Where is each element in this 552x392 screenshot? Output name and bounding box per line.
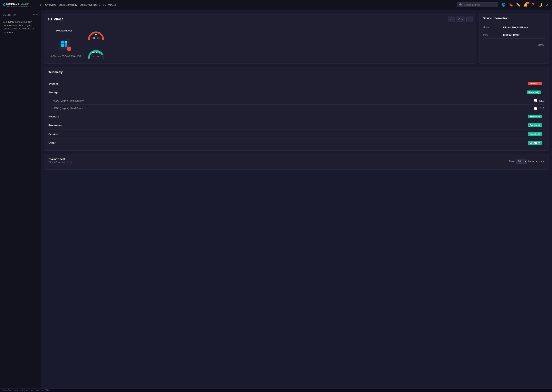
- telemetry-row-system: System Events (1) ›: [49, 79, 545, 88]
- network-chevron[interactable]: ›: [544, 115, 545, 118]
- logo-sub: Remote Management Platform: [6, 5, 31, 7]
- telemetry-row-storage: Storage Events (0) ⌄: [49, 88, 545, 97]
- device-info-title: Device Information: [483, 17, 545, 20]
- more-link[interactable]: More...: [483, 42, 545, 46]
- per-page-label: items per page: [528, 160, 545, 163]
- hdd-temp-label: HDD0 (Logical) Temperature: [53, 99, 84, 102]
- storage-sub-section: HDD0 (Logical) Temperature 📈 51.0 HDD0 (…: [49, 97, 545, 112]
- system-row-right: Events (1) ›: [528, 82, 545, 85]
- type-key: Type: [483, 33, 503, 36]
- logo-guardian: Guardian: [21, 3, 29, 5]
- monitor-button[interactable]: ▭: [448, 17, 455, 22]
- loading-icon: ⟳: [545, 2, 550, 7]
- storage-row-right: Events (0) ⌄: [527, 91, 545, 94]
- status-bar: https://hyperion-web-dev.senecaxconnect.…: [0, 388, 552, 392]
- telemetry-row-processes: Processes Events (0) ›: [49, 121, 545, 130]
- event-feed-subtitle: 2 Event(s) in last 36 Hrs: [49, 161, 72, 163]
- warning-icon: ⚠: [6, 21, 7, 23]
- cpu-gauge: CPU 94.19%: [87, 26, 105, 42]
- system-events-badge[interactable]: Events (1): [528, 82, 542, 85]
- svg-text:94.19%: 94.19%: [92, 37, 99, 39]
- storage-sub-row-space: HDD0 (Logical) Used Space 📈 24.6: [53, 104, 545, 112]
- memory-gauge: Memory 41.86%: [87, 45, 105, 60]
- main-content: SU_MP015 ▭ ↺ ▼ ≡ Media Player: [41, 10, 552, 392]
- breadcrumb: Overview - State University - StateUnive…: [45, 3, 454, 6]
- edit-icon[interactable]: ✏️: [515, 2, 522, 7]
- notification-badge: 50: [526, 2, 529, 4]
- network-events-badge[interactable]: Events (0): [528, 115, 542, 118]
- event-feed-header-left: Event Feed 2 Event(s) in last 36 Hrs: [49, 157, 72, 165]
- network-row-right: Events (0) ›: [528, 115, 545, 118]
- hdd-temp-value: 51.0: [539, 99, 545, 102]
- network-section-name: Network: [49, 115, 59, 118]
- globe-icon[interactable]: 🌐: [500, 2, 507, 7]
- per-page-select[interactable]: 10 25 50 100: [516, 159, 527, 164]
- other-row-right: Events (0) ›: [528, 141, 545, 145]
- collapse-sidebar-button[interactable]: «: [38, 2, 43, 7]
- processes-section-name: Processes: [49, 124, 62, 127]
- hdd-temp-right: 📈 51.0: [534, 99, 545, 102]
- help-icon[interactable]: ❓: [530, 2, 536, 7]
- info-row-model: Model Digital Media Player: [483, 24, 545, 31]
- storage-chevron[interactable]: ⌄: [542, 91, 545, 94]
- event-feed-card: Event Feed 2 Event(s) in last 36 Hrs Sho…: [44, 154, 549, 169]
- sidebar-header-icons: ✏ ≡: [33, 14, 38, 16]
- other-section-name: Other: [49, 141, 56, 144]
- dark-mode-icon[interactable]: 🌙: [537, 2, 544, 7]
- storage-section-name: Storage: [49, 91, 58, 94]
- hdd-space-label: HDD0 (Logical) Used Space: [53, 107, 83, 110]
- system-chevron[interactable]: ›: [544, 82, 545, 85]
- search-input[interactable]: [464, 3, 496, 6]
- alert-badge: !: [67, 47, 71, 51]
- checkin-text: Last CheckIn: 07/06 @ 05:41 PM: [48, 55, 81, 57]
- svg-text:Memory: Memory: [92, 51, 100, 54]
- search-box: 🔍: [457, 2, 498, 7]
- processes-events-badge[interactable]: Events (0): [528, 123, 542, 127]
- hdd-space-value: 24.6: [539, 107, 545, 110]
- telemetry-row-network: Network Events (0) ›: [49, 112, 545, 121]
- telemetry-title: Telemetry: [49, 70, 545, 76]
- gauges: CPU 94.19% Memory 41.86%: [87, 26, 105, 60]
- main-layout: OVERVIEW ✏ ≡ ⚠ Either there are not any …: [0, 10, 552, 392]
- other-events-badge[interactable]: Events (0): [528, 141, 542, 145]
- sidebar: OVERVIEW ✏ ≡ ⚠ Either there are not any …: [0, 10, 41, 392]
- card-actions: ▭ ↺ ▼ ≡: [448, 17, 473, 22]
- logo-area: X CONNECT Guardian Remote Management Pla…: [2, 2, 35, 7]
- sidebar-heading: OVERVIEW: [3, 14, 17, 16]
- device-card-header: SU_MP015 ▭ ↺ ▼ ≡: [48, 17, 473, 22]
- info-row-type: Type Media Player: [483, 31, 545, 39]
- other-chevron[interactable]: ›: [544, 141, 545, 144]
- refresh-icon: ↺: [458, 18, 461, 21]
- svg-text:41.86%: 41.86%: [92, 56, 99, 58]
- device-label: Media Player: [56, 29, 72, 32]
- services-chevron[interactable]: ›: [544, 133, 545, 135]
- device-name: SU_MP015: [48, 18, 63, 21]
- refresh-dropdown-button[interactable]: ↺ ▼: [456, 17, 465, 22]
- notification-icon[interactable]: 🔔 50: [522, 2, 529, 7]
- status-url: https://hyperion-web-dev.senecaxconnect.…: [2, 389, 50, 391]
- logo-connect: CONNECT: [6, 2, 19, 5]
- device-icon-area: Media Player !: [48, 29, 81, 57]
- event-feed-title: Event Feed: [49, 157, 72, 161]
- device-info-card: Device Information Model Digital Media P…: [479, 13, 549, 63]
- bookmark-icon[interactable]: 🔖: [508, 2, 514, 7]
- top-row: SU_MP015 ▭ ↺ ▼ ≡ Media Player: [44, 13, 549, 63]
- warning-text: Either there are not any resources assoc…: [3, 21, 34, 33]
- storage-sub-row-temp: HDD0 (Logical) Temperature 📈 51.0: [53, 97, 545, 104]
- model-key: Model: [483, 26, 503, 29]
- telemetry-card: Telemetry System Events (1) › Storage Ev…: [44, 67, 549, 151]
- services-row-right: Events (0) ›: [528, 132, 545, 136]
- services-events-badge[interactable]: Events (0): [528, 132, 542, 136]
- hdd-space-chart-icon[interactable]: 📈: [534, 107, 537, 110]
- logo-x: X: [2, 2, 5, 7]
- processes-chevron[interactable]: ›: [544, 124, 545, 127]
- storage-events-badge[interactable]: Events (0): [527, 91, 541, 94]
- sidebar-list-icon[interactable]: ≡: [36, 14, 38, 16]
- show-per-page-row: Show 10 25 50 100 items per page: [509, 159, 545, 164]
- sidebar-edit-icon[interactable]: ✏: [33, 14, 35, 16]
- hdd-temp-chart-icon[interactable]: 📈: [534, 99, 537, 102]
- menu-button[interactable]: ≡: [466, 17, 473, 22]
- svg-text:CPU: CPU: [94, 33, 98, 36]
- hdd-space-right: 📈 24.6: [534, 107, 545, 110]
- services-section-name: Services: [49, 133, 59, 136]
